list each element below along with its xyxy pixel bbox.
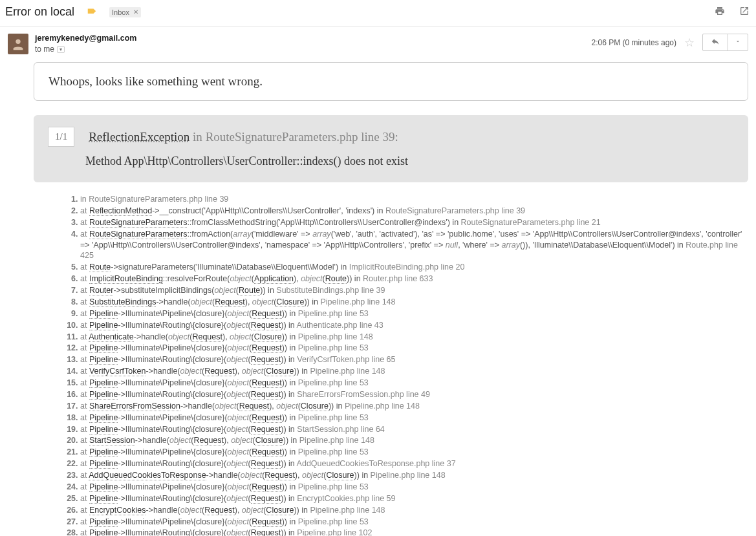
inbox-chip-label: Inbox [112,8,129,16]
to-details-dropdown[interactable]: ▾ [57,46,65,53]
from-address: jeremykenedy@gmail.com [35,34,136,43]
trace-line: at Route->signatureParameters('Illuminat… [80,262,748,273]
trace-line: at Pipeline->Illuminate\Routing\{closure… [80,458,748,469]
trace-line: at StartSession->handle(object(Request),… [80,435,748,446]
trace-line: at Pipeline->Illuminate\Pipeline\{closur… [80,378,748,389]
trace-line: at ReflectionMethod->__construct('App\\H… [80,206,748,217]
trace-line: at ImplicitRouteBinding::resolveForRoute… [80,273,748,284]
exception-summary: 1/1 ReflectionException in RouteSignatur… [34,115,748,182]
email-top-bar: Error on local Inbox ✕ [0,0,756,27]
trace-line: at Pipeline->Illuminate\Pipeline\{closur… [80,343,748,354]
trace-line: at RouteSignatureParameters::fromAction(… [80,229,748,262]
trace-line: at Pipeline->Illuminate\Pipeline\{closur… [80,447,748,458]
exception-in-word: in [193,130,202,144]
trace-line: at Pipeline->Illuminate\Routing\{closure… [80,389,748,400]
more-actions-dropdown[interactable] [728,34,748,50]
reply-button-group [702,34,748,51]
inbox-chip[interactable]: Inbox ✕ [109,7,141,17]
email-header: jeremykenedy@gmail.com to me ▾ 2:06 PM (… [0,27,756,56]
trace-line: at SubstituteBindings->handle(object(Req… [80,297,748,308]
timestamp: 2:06 PM (0 minutes ago) [592,38,676,47]
trace-line: at Pipeline->Illuminate\Pipeline\{closur… [80,482,748,493]
to-line: to me ▾ [35,45,136,54]
trace-line: at Pipeline->Illuminate\Routing\{closure… [80,424,748,435]
trace-line: at RouteSignatureParameters::fromClassMe… [80,217,748,228]
inbox-chip-remove-icon[interactable]: ✕ [133,8,138,16]
trace-line: in RouteSignatureParameters.php line 39 [80,194,748,205]
trace-line: at Router->substituteImplicitBindings(ob… [80,285,748,296]
trace-line: at VerifyCsrfToken->handle(object(Reques… [80,366,748,377]
open-new-window-icon[interactable] [739,6,750,18]
exception-message: Method App\Http\Controllers\UserControll… [85,155,734,168]
label-icon[interactable] [86,7,98,17]
exception-file: RouteSignatureParameters.php line 39 [206,130,395,144]
exception-counter: 1/1 [48,127,74,147]
email-subject: Error on local [5,5,74,19]
email-body: Whoops, looks like something went wrong.… [0,62,756,536]
to-text: to me [35,45,54,54]
avatar[interactable] [8,34,28,54]
print-icon[interactable] [715,6,725,18]
trace-line: at Pipeline->Illuminate\Pipeline\{closur… [80,308,748,319]
svg-point-0 [16,39,20,44]
star-icon[interactable]: ☆ [684,36,695,50]
trace-line: at Pipeline->Illuminate\Routing\{closure… [80,493,748,504]
stack-trace: in RouteSignatureParameters.php line 39a… [34,194,748,536]
reply-button[interactable] [703,34,728,50]
trace-line: at Pipeline->Illuminate\Routing\{closure… [80,320,748,331]
trace-line: at Pipeline->Illuminate\Routing\{closure… [80,354,748,365]
trace-line: at ShareErrorsFromSession->handle(object… [80,401,748,412]
trace-line: at Authenticate->handle(object(Request),… [80,332,748,343]
trace-line: at Pipeline->Illuminate\Pipeline\{closur… [80,413,748,423]
trace-line: at EncryptCookies->handle(object(Request… [80,505,748,516]
whoops-banner: Whoops, looks like something went wrong. [34,62,748,101]
trace-line: at Pipeline->Illuminate\Routing\{closure… [80,528,748,536]
exception-title: ReflectionException in RouteSignaturePar… [89,130,398,144]
exception-name: ReflectionException [89,130,189,144]
trace-line: at Pipeline->Illuminate\Pipeline\{closur… [80,517,748,528]
trace-line: at AddQueuedCookiesToResponse->handle(ob… [80,470,748,481]
